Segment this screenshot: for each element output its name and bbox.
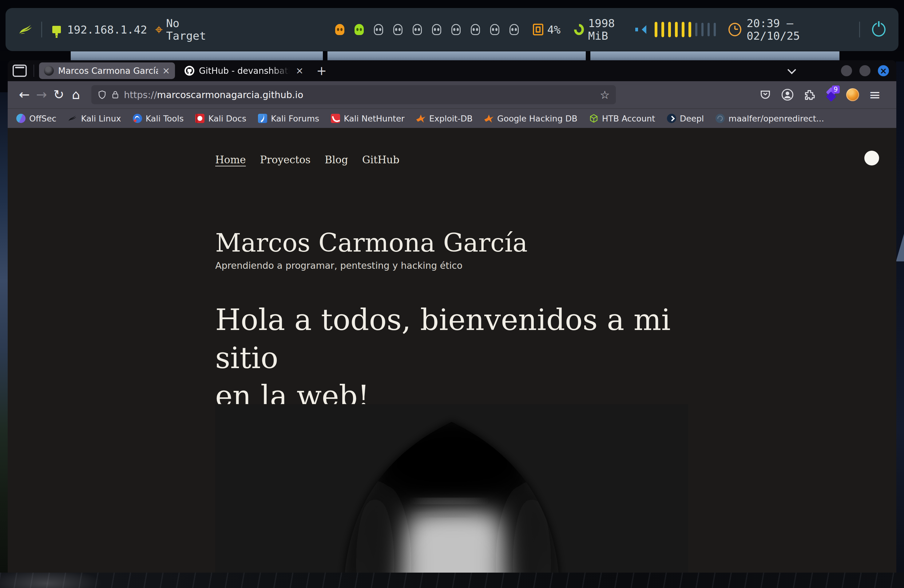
skull-icon-green bbox=[354, 24, 364, 35]
speaker-icon[interactable] bbox=[635, 24, 645, 35]
power-icon[interactable] bbox=[872, 22, 885, 36]
wallpaper-bottom-strip bbox=[0, 573, 904, 588]
new-tab-button[interactable]: + bbox=[316, 65, 327, 77]
network-monitor-icon[interactable] bbox=[52, 26, 61, 33]
bookmark-label: Kali Tools bbox=[146, 114, 184, 123]
skull-icon-off bbox=[412, 24, 422, 35]
list-tabs-chevron-icon[interactable] bbox=[787, 65, 796, 74]
tab-marcos[interactable]: Marcos Carmona García × bbox=[39, 62, 175, 79]
kali-forums-icon bbox=[258, 114, 267, 123]
menu-hamburger-icon[interactable]: ≡ bbox=[868, 88, 882, 101]
tab-close-icon[interactable]: × bbox=[162, 66, 170, 75]
tab-separator bbox=[33, 65, 34, 77]
reload-button[interactable]: ↻ bbox=[50, 88, 67, 101]
lock-icon[interactable] bbox=[111, 90, 120, 99]
bookmark-kali-docs[interactable]: Kali Docs bbox=[195, 114, 246, 123]
url-bar[interactable]: https://marcoscarmonagarcia.github.io ☆ bbox=[91, 85, 616, 104]
bookmark-kali-linux[interactable]: Kali Linux bbox=[68, 114, 121, 123]
skull-icon-off bbox=[471, 24, 480, 35]
target-crosshair-icon[interactable]: ⌖ bbox=[155, 23, 163, 36]
skull-icon-orange bbox=[335, 24, 345, 35]
maximize-button[interactable] bbox=[860, 65, 871, 76]
welcome-heading: Hola a todos, bienvenidos a mi sitio en … bbox=[215, 301, 713, 415]
bar-active bbox=[654, 22, 657, 37]
bar-inactive bbox=[702, 23, 703, 36]
kali-dragon-icon bbox=[68, 114, 77, 123]
kali-dragon-icon[interactable] bbox=[19, 23, 33, 36]
site-favicon bbox=[44, 66, 54, 76]
foxyproxy-extension-icon[interactable] bbox=[846, 88, 860, 101]
nav-link-home[interactable]: Home bbox=[215, 154, 246, 166]
theme-toggle-button[interactable] bbox=[864, 151, 879, 166]
wallpaper-gap-strip bbox=[0, 51, 904, 61]
bookmark-kali-forums[interactable]: Kali Forums bbox=[258, 114, 319, 123]
deepl-icon bbox=[667, 114, 676, 123]
memory-pie-icon bbox=[574, 24, 584, 35]
bookmark-star-icon[interactable]: ☆ bbox=[600, 89, 610, 101]
bookmark-exploit-db[interactable]: Exploit-DB bbox=[416, 114, 473, 123]
tab-bar: Marcos Carmona García × GitHub - devansh… bbox=[8, 60, 896, 81]
nav-link-github[interactable]: GitHub bbox=[362, 154, 400, 166]
bar-active bbox=[661, 22, 664, 37]
site-nav: Home Proyectos Blog GitHub bbox=[215, 154, 400, 166]
signal-bars[interactable] bbox=[654, 22, 716, 37]
ip-address[interactable]: 192.168.1.42 bbox=[67, 24, 147, 36]
hacktools-extension-icon[interactable]: 9 bbox=[825, 88, 837, 101]
panel-separator bbox=[41, 22, 42, 38]
skull-icon-off bbox=[374, 24, 383, 35]
bookmark-htb[interactable]: HTB Account bbox=[589, 114, 655, 123]
tab-close-icon[interactable]: × bbox=[296, 66, 303, 75]
home-button[interactable]: ⌂ bbox=[67, 88, 85, 101]
wallpaper-band bbox=[71, 51, 323, 61]
nav-link-proyectos[interactable]: Proyectos bbox=[260, 154, 311, 166]
bookmark-openredirect[interactable]: maalfer/openredirect... bbox=[716, 114, 824, 123]
kali-docs-icon bbox=[195, 114, 204, 123]
tab-github[interactable]: GitHub - devanshbatham/P × bbox=[179, 62, 308, 79]
skull-icon-off bbox=[393, 24, 403, 35]
portrait-photo-art bbox=[215, 404, 688, 573]
htb-cube-icon bbox=[589, 114, 598, 123]
wallpaper-triangle bbox=[896, 234, 904, 261]
bar-active bbox=[668, 22, 671, 37]
bookmark-label: Google Hacking DB bbox=[497, 114, 577, 123]
close-window-button[interactable]: × bbox=[878, 65, 889, 76]
bookmark-kali-nethunter[interactable]: Kali NetHunter bbox=[331, 114, 405, 123]
bookmark-label: HTB Account bbox=[602, 114, 655, 123]
target-label[interactable]: No Target bbox=[166, 17, 221, 42]
panel-separator bbox=[859, 22, 860, 38]
extension-badge: 9 bbox=[832, 85, 840, 93]
bar-inactive bbox=[708, 23, 710, 36]
memory-usage[interactable]: 1998 MiB bbox=[588, 17, 635, 42]
url-scheme: https:// bbox=[124, 90, 157, 100]
back-button[interactable]: ← bbox=[16, 88, 33, 101]
bookmark-ghdb[interactable]: Google Hacking DB bbox=[484, 114, 577, 123]
skull-indicators[interactable] bbox=[335, 24, 519, 35]
cpu-icon bbox=[533, 24, 543, 35]
nav-link-blog[interactable]: Blog bbox=[325, 154, 348, 166]
wallpaper-band bbox=[327, 51, 586, 61]
bookmark-label: Kali Docs bbox=[208, 114, 246, 123]
account-icon[interactable] bbox=[781, 88, 794, 101]
exploitdb-bird-icon bbox=[416, 114, 425, 123]
bookmark-label: Kali Forums bbox=[271, 114, 319, 123]
minimize-button[interactable] bbox=[841, 65, 852, 76]
page-content: Home Proyectos Blog GitHub Marcos Carmon… bbox=[8, 128, 896, 573]
extensions-puzzle-icon[interactable] bbox=[803, 88, 816, 101]
cpu-usage[interactable]: 4% bbox=[547, 24, 561, 36]
bookmark-label: maalfer/openredirect... bbox=[729, 114, 824, 123]
bookmark-offsec[interactable]: OffSec bbox=[16, 114, 56, 123]
shield-icon[interactable] bbox=[98, 90, 107, 100]
firefox-view-icon[interactable] bbox=[13, 65, 27, 77]
kali-nethunter-icon bbox=[331, 114, 340, 123]
bookmark-deepl[interactable]: Deepl bbox=[667, 114, 704, 123]
bookmark-kali-tools[interactable]: Kali Tools bbox=[133, 114, 184, 123]
forward-button[interactable]: → bbox=[33, 88, 50, 101]
firefox-window: Marcos Carmona García × GitHub - devansh… bbox=[8, 60, 896, 573]
clock-text[interactable]: 20:39 – 02/10/25 bbox=[747, 17, 847, 42]
skull-icon-off bbox=[490, 24, 499, 35]
wallpaper-right-strip bbox=[896, 62, 904, 588]
pocket-icon[interactable] bbox=[759, 88, 772, 101]
bar-active bbox=[675, 22, 678, 37]
panel-left-group: 192.168.1.42 ⌖ No Target bbox=[19, 17, 221, 42]
bookmark-label: Kali Linux bbox=[81, 114, 121, 123]
